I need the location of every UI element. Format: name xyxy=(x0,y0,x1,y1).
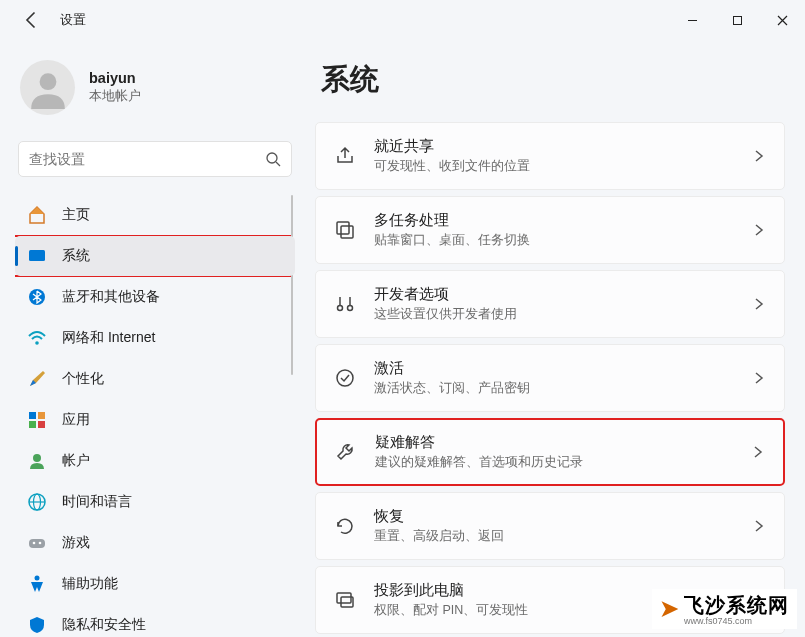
svg-point-3 xyxy=(267,153,277,163)
panel-title: 疑难解答 xyxy=(375,433,751,452)
multitask-icon xyxy=(334,219,356,241)
check-circle-icon xyxy=(334,367,356,389)
chevron-right-icon xyxy=(751,445,765,459)
nav-label: 蓝牙和其他设备 xyxy=(62,288,160,306)
brush-icon xyxy=(27,369,47,389)
svg-rect-21 xyxy=(341,226,353,238)
close-icon xyxy=(777,15,788,26)
svg-rect-16 xyxy=(29,539,45,548)
panel-sub: 贴靠窗口、桌面、任务切换 xyxy=(374,232,752,249)
accessibility-icon xyxy=(27,574,47,594)
nav-label: 时间和语言 xyxy=(62,493,132,511)
chevron-right-icon xyxy=(752,519,766,533)
nav-item-home[interactable]: 主页 xyxy=(15,195,295,235)
shield-icon xyxy=(27,615,47,635)
nav-item-accessibility[interactable]: 辅助功能 xyxy=(15,564,295,604)
arrow-left-icon xyxy=(22,10,42,30)
titlebar: 设置 xyxy=(0,0,805,40)
panel-sub: 建议的疑难解答、首选项和历史记录 xyxy=(375,454,751,471)
svg-rect-25 xyxy=(337,593,351,603)
nav-label: 应用 xyxy=(62,411,90,429)
svg-rect-20 xyxy=(337,222,349,234)
nav-item-network[interactable]: 网络和 Internet xyxy=(15,318,295,358)
nav-label: 隐私和安全性 xyxy=(62,616,146,634)
svg-point-22 xyxy=(338,306,343,311)
account-icon xyxy=(27,451,47,471)
chevron-right-icon xyxy=(752,223,766,237)
apps-icon xyxy=(27,410,47,430)
svg-rect-8 xyxy=(29,412,36,419)
maximize-icon xyxy=(732,15,743,26)
panel-developer[interactable]: 开发者选项这些设置仅供开发者使用 xyxy=(315,270,785,338)
nav-list: 主页 系统 蓝牙和其他设备 网络和 Internet 个性化 应用 xyxy=(15,195,295,637)
globe-icon xyxy=(27,492,47,512)
maximize-button[interactable] xyxy=(715,5,760,35)
panel-troubleshoot[interactable]: 疑难解答建议的疑难解答、首选项和历史记录 xyxy=(315,418,785,486)
svg-rect-5 xyxy=(29,250,45,261)
nav-label: 网络和 Internet xyxy=(62,329,155,347)
panel-title: 开发者选项 xyxy=(374,285,752,304)
svg-line-4 xyxy=(276,162,280,166)
sidebar: baiyun 本地帐户 主页 系统 蓝牙和其他设备 xyxy=(0,40,305,637)
nav-item-system[interactable]: 系统 xyxy=(15,236,295,276)
tools-icon xyxy=(334,293,356,315)
panel-title: 恢复 xyxy=(374,507,752,526)
user-name: baiyun xyxy=(89,70,141,86)
search-input[interactable] xyxy=(29,151,265,167)
wrench-icon xyxy=(335,441,357,463)
svg-point-12 xyxy=(33,454,41,462)
svg-rect-11 xyxy=(38,421,45,428)
nav-label: 辅助功能 xyxy=(62,575,118,593)
watermark: ➤ 飞沙系统网 www.fs0745.com xyxy=(652,589,797,629)
nav-item-time-language[interactable]: 时间和语言 xyxy=(15,482,295,522)
person-icon xyxy=(27,67,69,109)
panel-title: 就近共享 xyxy=(374,137,752,156)
svg-point-23 xyxy=(348,306,353,311)
back-button[interactable] xyxy=(22,10,42,30)
nav-item-gaming[interactable]: 游戏 xyxy=(15,523,295,563)
chevron-right-icon xyxy=(752,149,766,163)
nav-item-bluetooth[interactable]: 蓝牙和其他设备 xyxy=(15,277,295,317)
nav-label: 主页 xyxy=(62,206,90,224)
nav-label: 帐户 xyxy=(62,452,90,470)
minimize-button[interactable] xyxy=(670,5,715,35)
wifi-icon xyxy=(27,328,47,348)
nav-item-privacy[interactable]: 隐私和安全性 xyxy=(15,605,295,637)
panel-nearby-sharing[interactable]: 就近共享可发现性、收到文件的位置 xyxy=(315,122,785,190)
svg-rect-1 xyxy=(734,16,742,24)
panel-title: 多任务处理 xyxy=(374,211,752,230)
panel-sub: 这些设置仅供开发者使用 xyxy=(374,306,752,323)
chevron-right-icon xyxy=(752,371,766,385)
svg-point-17 xyxy=(33,542,36,545)
user-block[interactable]: baiyun 本地帐户 xyxy=(15,50,295,135)
recovery-icon xyxy=(334,515,356,537)
user-type: 本地帐户 xyxy=(89,88,141,105)
nav-item-personalization[interactable]: 个性化 xyxy=(15,359,295,399)
scrollbar-thumb[interactable] xyxy=(291,195,293,375)
panel-recovery[interactable]: 恢复重置、高级启动、返回 xyxy=(315,492,785,560)
nav-label: 游戏 xyxy=(62,534,90,552)
window-title: 设置 xyxy=(60,11,86,29)
share-icon xyxy=(334,145,356,167)
nav-item-accounts[interactable]: 帐户 xyxy=(15,441,295,481)
svg-point-24 xyxy=(337,370,353,386)
panel-multitasking[interactable]: 多任务处理贴靠窗口、桌面、任务切换 xyxy=(315,196,785,264)
settings-list: 就近共享可发现性、收到文件的位置 多任务处理贴靠窗口、桌面、任务切换 开发者选项… xyxy=(315,122,785,634)
close-button[interactable] xyxy=(760,5,805,35)
panel-activation[interactable]: 激活激活状态、订阅、产品密钥 xyxy=(315,344,785,412)
search-box[interactable] xyxy=(18,141,292,177)
nav-item-apps[interactable]: 应用 xyxy=(15,400,295,440)
svg-rect-9 xyxy=(38,412,45,419)
gamepad-icon xyxy=(27,533,47,553)
minimize-icon xyxy=(687,15,698,26)
main-content: 系统 就近共享可发现性、收到文件的位置 多任务处理贴靠窗口、桌面、任务切换 开发… xyxy=(305,40,805,637)
panel-sub: 可发现性、收到文件的位置 xyxy=(374,158,752,175)
nav-label: 系统 xyxy=(62,247,90,265)
window-controls xyxy=(670,5,805,35)
svg-point-7 xyxy=(35,341,39,345)
nav-label: 个性化 xyxy=(62,370,104,388)
watermark-url: www.fs0745.com xyxy=(684,616,789,626)
panel-sub: 重置、高级启动、返回 xyxy=(374,528,752,545)
page-title: 系统 xyxy=(315,60,785,100)
system-icon xyxy=(27,246,47,266)
